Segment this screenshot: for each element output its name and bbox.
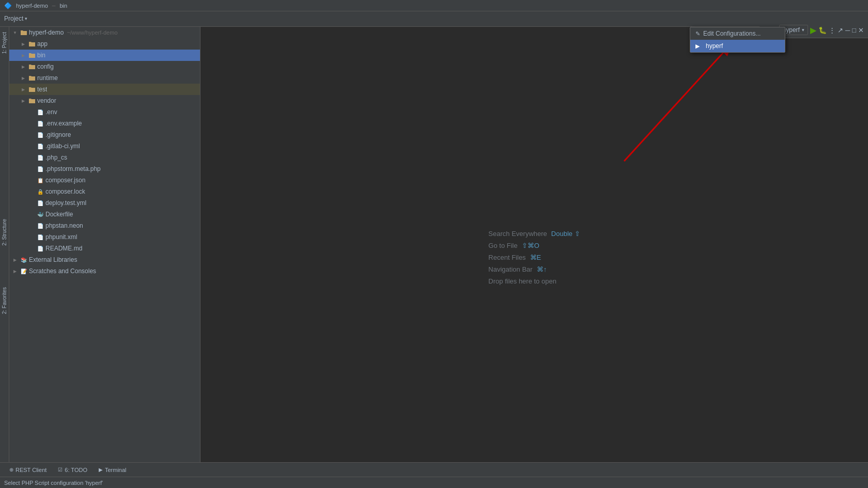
tree-item-composer-json[interactable]: 📋 composer.json: [9, 175, 200, 186]
file-icon-composer-json: 📋: [36, 177, 44, 184]
tree-arrow-runtime: [20, 74, 27, 82]
project-dropdown[interactable]: Project ▾: [4, 15, 27, 22]
tree-arrow-readme: [28, 245, 35, 252]
tree-arrow-gitlab-ci: [28, 143, 35, 150]
tree-item-config[interactable]: config: [9, 61, 200, 72]
debug-icon[interactable]: 🐛: [818, 26, 827, 34]
rest-client-icon: ⊕: [9, 467, 13, 473]
tree-item-test[interactable]: test: [9, 84, 200, 95]
tree-item-runtime[interactable]: runtime: [9, 72, 200, 84]
tree-label-dockerfile: Dockerfile: [45, 211, 73, 218]
tab-todo[interactable]: ☑ 6: TODO: [53, 465, 92, 475]
toolbar: Project ▾: [0, 11, 760, 27]
window-min-icon[interactable]: ─: [845, 26, 850, 34]
hint-key-nav: ⌘↑: [537, 265, 547, 273]
window-max-icon[interactable]: □: [852, 26, 856, 34]
run2-icon[interactable]: ↗: [838, 26, 843, 34]
tree-arrow-config: [20, 63, 27, 70]
tree-label-phpstan: phpstan.neon: [45, 222, 83, 229]
tree-item-vendor[interactable]: vendor: [9, 95, 200, 106]
tree-arrow-composer-json: [28, 177, 35, 184]
left-tab-structure[interactable]: 2: Structure: [1, 216, 8, 249]
hint-recent-files: Recent Files ⌘E: [488, 254, 541, 261]
tree-item-readme[interactable]: 📄 README.md: [9, 243, 200, 254]
tree-item-phpstan[interactable]: 📄 phpstan.neon: [9, 220, 200, 231]
file-icon-php-cs: 📄: [36, 154, 44, 161]
tree-item-php-cs[interactable]: 📄 .php_cs: [9, 152, 200, 163]
tree-item-env[interactable]: 📄 .env: [9, 106, 200, 118]
tab-terminal[interactable]: ▶ Terminal: [94, 465, 132, 475]
hyperf-label: hyperf: [706, 42, 723, 50]
run-play-icon[interactable]: ▶: [810, 25, 816, 35]
tree-item-external-libraries[interactable]: 📚 External Libraries: [9, 254, 200, 265]
titlebar: 🔷 hyperf-demo – bin: [0, 0, 868, 11]
tree-arrow-deploy-test: [28, 199, 35, 207]
left-tab-project[interactable]: 1: Project: [1, 29, 8, 57]
file-tree-panel: hyperf-demo ~/www/hyperf-demo app bin: [9, 27, 200, 488]
tree-label-phpunit: phpunit.xml: [45, 233, 77, 241]
tree-item-app[interactable]: app: [9, 38, 200, 50]
edit-config-label: Edit Configurations...: [703, 30, 761, 37]
folder-icon-runtime: [28, 74, 36, 82]
hint-goto-file: Go to File ⇧⌘O: [488, 242, 539, 249]
hint-label-nav: Navigation Bar: [488, 265, 532, 273]
file-icon-deploy-test: 📄: [36, 199, 44, 207]
tree-arrow-env-example: [28, 120, 35, 127]
tree-arrow-env: [28, 108, 35, 116]
tree-arrow-app: [20, 40, 27, 48]
folder-icon-config: [28, 63, 36, 70]
tree-item-phpunit[interactable]: 📄 phpunit.xml: [9, 231, 200, 243]
tree-label-env: .env: [45, 108, 57, 116]
hint-search-everywhere: Search Everywhere Double ⇧: [488, 230, 580, 238]
run-config-dropdown: ✎ Edit Configurations... ▶ hyperf: [690, 27, 785, 53]
file-icon-phpstan: 📄: [36, 222, 44, 229]
tab-rest-client[interactable]: ⊕ REST Client: [4, 465, 52, 475]
tree-arrow-root: [11, 29, 19, 36]
folder-icon-scratches: 📝: [20, 267, 28, 275]
tree-item-bin[interactable]: bin: [9, 50, 200, 61]
tree-label-deploy-test: deploy.test.yml: [45, 199, 86, 207]
tree-label-env-example: .env.example: [45, 120, 82, 127]
tree-label-gitlab-ci: .gitlab-ci.yml: [45, 143, 80, 150]
file-path: bin: [59, 3, 67, 9]
tree-arrow-external-libraries: [11, 256, 19, 263]
tree-item-gitignore[interactable]: 📄 .gitignore: [9, 129, 200, 140]
window-close-icon[interactable]: ✕: [858, 26, 864, 34]
statusbar: Select PHP Script configuration 'hyperf': [0, 477, 868, 488]
folder-icon-test: [28, 86, 36, 93]
dropdown-item-edit-config[interactable]: ✎ Edit Configurations...: [690, 27, 785, 40]
tree-label-phpstorm-meta: .phpstorm.meta.php: [45, 165, 101, 172]
title-separator: –: [52, 2, 56, 9]
config-chevron-icon: ▾: [802, 27, 804, 33]
tree-item-root[interactable]: hyperf-demo ~/www/hyperf-demo: [9, 27, 200, 38]
tree-item-phpstorm-meta[interactable]: 📄 .phpstorm.meta.php: [9, 163, 200, 175]
tree-item-composer-lock[interactable]: 🔒 composer.lock: [9, 186, 200, 197]
tree-arrow-composer-lock: [28, 188, 35, 195]
tree-item-gitlab-ci[interactable]: 📄 .gitlab-ci.yml: [9, 140, 200, 152]
file-icon-dockerfile: 🐳: [36, 211, 44, 218]
tree-item-env-example[interactable]: 📄 .env.example: [9, 118, 200, 129]
terminal-label: Terminal: [105, 467, 127, 473]
tree-label-external-libraries: External Libraries: [29, 256, 77, 263]
project-label: Project: [4, 15, 23, 22]
folder-icon-root: [20, 29, 28, 36]
hint-label-drop: Drop files here to open: [488, 277, 556, 285]
left-tab-favorites[interactable]: 2: Favorites: [1, 284, 8, 317]
tree-label-test: test: [37, 86, 47, 93]
terminal-icon: ▶: [99, 467, 103, 473]
dropdown-item-hyperf[interactable]: ▶ hyperf: [690, 40, 785, 52]
bottom-tabs-bar: ⊕ REST Client ☑ 6: TODO ▶ Terminal: [0, 462, 868, 477]
tree-label-composer-json: composer.json: [45, 177, 85, 184]
tree-item-scratches[interactable]: 📝 Scratches and Consoles: [9, 265, 200, 277]
hint-drop-files: Drop files here to open: [488, 277, 556, 285]
tree-label-bin: bin: [37, 52, 45, 59]
tree-item-dockerfile[interactable]: 🐳 Dockerfile: [9, 209, 200, 220]
tree-label-runtime: runtime: [37, 74, 58, 82]
tree-item-deploy-test[interactable]: 📄 deploy.test.yml: [9, 197, 200, 209]
editor-area: Search Everywhere Double ⇧ Go to File ⇧⌘…: [200, 27, 868, 488]
hint-label-search: Search Everywhere: [488, 230, 547, 238]
project-chevron-icon: ▾: [25, 16, 27, 21]
tree-arrow-vendor: [20, 97, 27, 104]
more-actions-icon[interactable]: ⋮: [829, 26, 835, 34]
hint-navigation-bar: Navigation Bar ⌘↑: [488, 265, 547, 273]
